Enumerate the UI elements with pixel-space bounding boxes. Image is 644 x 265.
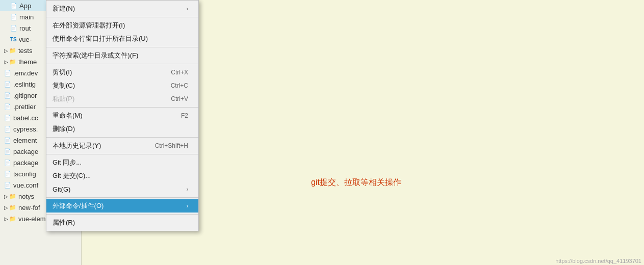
menu-item-copy[interactable]: 复制(C)Ctrl+C <box>46 79 198 92</box>
menu-label: 在外部资源管理器打开(I) <box>53 21 125 30</box>
file-icon: 📄 <box>4 115 11 121</box>
menu-label: 本地历史记录(Y) <box>53 141 101 150</box>
sidebar-label: App <box>19 2 31 10</box>
context-menu: 新建(N)›在外部资源管理器打开(I)使用命令行窗口打开所在目录(U)字符搜索(… <box>46 0 199 231</box>
menu-item-delete[interactable]: 删除(D) <box>46 122 198 136</box>
sidebar-label: notys <box>18 193 34 200</box>
sidebar-label: .prettier <box>13 103 36 111</box>
folder-icon: 📁 <box>9 204 16 211</box>
annotation-text: git提交、拉取等相关操作 <box>311 177 401 188</box>
menu-item-char-search[interactable]: 字符搜索(选中目录或文件)(F) <box>46 49 198 62</box>
sidebar-label: babel.cc <box>13 114 38 122</box>
menu-label: Git(G) <box>53 186 70 193</box>
menu-separator-13 <box>46 137 198 138</box>
menu-item-git-commit[interactable]: Git 提交(C)... <box>46 169 198 182</box>
sidebar-label: tsconfig <box>13 170 36 178</box>
menu-label: 使用命令行窗口打开所在目录(U) <box>53 34 148 43</box>
menu-separator-10 <box>46 107 198 108</box>
menu-item-properties[interactable]: 属性(R) <box>46 216 198 229</box>
sidebar-label: rout <box>19 24 31 32</box>
folder-arrow-icon: ▷ <box>4 216 8 222</box>
menu-label: 新建(N) <box>53 4 75 13</box>
menu-item-local-history[interactable]: 本地历史记录(Y)Ctrl+Shift+H <box>46 139 198 152</box>
sidebar-label: element <box>13 137 37 144</box>
sidebar-label: vue.conf <box>13 181 38 189</box>
sidebar-label: main <box>19 13 34 21</box>
watermark: https://blog.csdn.net/qq_41193701 <box>555 258 641 264</box>
folder-arrow-icon: ▷ <box>4 48 8 54</box>
menu-label: 属性(R) <box>53 218 75 227</box>
file-icon: 📄 <box>4 137 11 144</box>
menu-label: 外部命令/插件(O) <box>53 201 104 210</box>
ts-icon: TS <box>10 37 17 42</box>
folder-arrow-icon: ▷ <box>4 59 8 65</box>
file-icon: 📄 <box>10 14 17 20</box>
menu-item-new[interactable]: 新建(N)› <box>46 2 198 15</box>
menu-item-external-cmd[interactable]: 外部命令/插件(O)› <box>46 199 198 213</box>
menu-label: Git 提交(C)... <box>53 171 91 180</box>
file-icon: 📄 <box>4 182 11 189</box>
sidebar-label: .eslintig <box>13 81 36 88</box>
sidebar-label: new-fof <box>18 204 40 211</box>
submenu-arrow-icon: › <box>187 203 188 209</box>
file-icon: 📄 <box>4 103 11 110</box>
menu-shortcut: Ctrl+X <box>171 69 188 76</box>
sidebar-label: .gitignor <box>13 92 37 99</box>
menu-label: 重命名(M) <box>53 111 83 120</box>
file-icon: 📄 <box>10 3 17 9</box>
menu-label: 复制(C) <box>53 81 75 90</box>
sidebar-label: package <box>13 148 38 155</box>
menu-label: 剪切(I) <box>53 68 72 77</box>
menu-shortcut: F2 <box>181 112 188 119</box>
file-icon: 📄 <box>4 148 11 155</box>
sidebar-label: theme <box>18 58 37 66</box>
folder-arrow-icon: ▷ <box>4 205 8 210</box>
menu-separator-19 <box>46 197 198 198</box>
sidebar-label: cypress. <box>13 125 38 133</box>
menu-item-cut[interactable]: 剪切(I)Ctrl+X <box>46 66 198 79</box>
menu-separator-1 <box>46 17 198 17</box>
submenu-arrow-icon: › <box>187 6 188 12</box>
menu-separator-21 <box>46 214 198 215</box>
menu-label: 字符搜索(选中目录或文件)(F) <box>53 51 138 60</box>
menu-item-paste[interactable]: 粘贴(P)Ctrl+V <box>46 92 198 105</box>
menu-separator-6 <box>46 64 198 64</box>
file-icon: 📄 <box>4 171 11 177</box>
menu-shortcut: Ctrl+Shift+H <box>155 142 188 149</box>
menu-label: 删除(D) <box>53 124 75 134</box>
folder-icon: 📁 <box>9 216 16 222</box>
file-icon: 📄 <box>4 126 11 132</box>
folder-icon: 📁 <box>9 47 16 54</box>
menu-item-git-sync[interactable]: Git 同步... <box>46 156 198 169</box>
menu-item-git[interactable]: Git(G)› <box>46 182 198 196</box>
menu-item-open-cmd[interactable]: 使用命令行窗口打开所在目录(U) <box>46 32 198 45</box>
file-icon: 📄 <box>4 81 11 88</box>
sidebar-label: vue- <box>19 36 32 43</box>
menu-separator-15 <box>46 154 198 154</box>
submenu-arrow-icon: › <box>187 187 188 192</box>
menu-shortcut: Ctrl+C <box>171 82 188 89</box>
menu-label: 粘贴(P) <box>53 94 74 103</box>
folder-arrow-icon: ▷ <box>4 194 8 199</box>
menu-separator-4 <box>46 47 198 47</box>
folder-icon: 📁 <box>9 59 16 65</box>
sidebar-label: .env.dev <box>13 69 38 77</box>
file-icon: 📄 <box>4 160 11 166</box>
file-icon: 📄 <box>10 25 17 32</box>
menu-item-open-explorer[interactable]: 在外部资源管理器打开(I) <box>46 19 198 32</box>
menu-label: Git 同步... <box>53 158 82 167</box>
folder-icon: 📁 <box>9 193 16 200</box>
sidebar-label: tests <box>18 47 32 55</box>
sidebar-label: package <box>13 159 38 167</box>
file-icon: 📄 <box>4 70 11 76</box>
menu-shortcut: Ctrl+V <box>171 95 188 102</box>
menu-item-rename[interactable]: 重命名(M)F2 <box>46 109 198 122</box>
file-icon: 📄 <box>4 92 11 99</box>
